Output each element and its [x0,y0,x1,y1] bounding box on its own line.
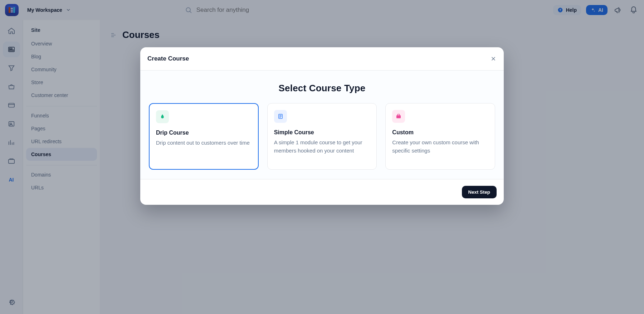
course-type-card-drip[interactable]: Drip CourseDrip content out to customers… [149,103,259,170]
card-desc: Create your own custom course with speci… [392,139,488,155]
card-desc: Drip content out to customers over time [156,139,252,147]
next-step-button[interactable]: Next Step [462,186,497,198]
course-type-card-simple[interactable]: Simple CourseA simple 1 module course to… [267,103,377,170]
card-desc: A simple 1 module course to get your mem… [274,139,370,155]
simple-icon [274,110,287,123]
course-type-card-custom[interactable]: CustomCreate your own custom course with… [385,103,495,170]
custom-icon [392,110,405,123]
modal-overlay[interactable]: Create Course Select Course Type Drip Co… [0,0,644,314]
card-title: Custom [392,129,488,136]
close-button[interactable] [490,55,497,62]
card-title: Drip Course [156,130,252,136]
modal-heading: Select Course Type [149,83,495,94]
svg-rect-18 [396,115,401,118]
create-course-modal: Create Course Select Course Type Drip Co… [140,47,504,205]
card-title: Simple Course [274,129,370,136]
modal-title: Create Course [147,55,189,62]
drip-icon [156,110,169,123]
close-icon [490,55,497,62]
